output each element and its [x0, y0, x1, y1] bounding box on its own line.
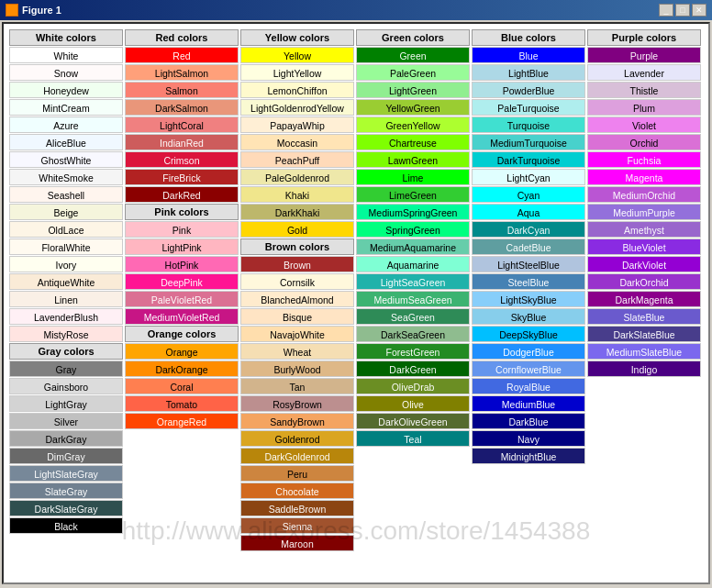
color-cell[interactable]: Silver [9, 413, 123, 429]
color-cell[interactable]: Moccasin [240, 134, 354, 150]
color-cell[interactable]: DarkOrchid [587, 273, 701, 290]
color-cell[interactable]: DarkKhaki [240, 204, 354, 220]
color-cell[interactable]: DeepPink [125, 273, 239, 290]
color-cell[interactable]: Gray [9, 361, 123, 377]
color-cell[interactable]: Coral [125, 378, 239, 394]
color-cell[interactable]: MediumBlue [472, 395, 585, 412]
color-cell[interactable]: Seashell [9, 186, 123, 203]
color-cell[interactable]: BurlyWood [240, 361, 354, 377]
color-cell[interactable]: MediumSpringGreen [356, 204, 470, 220]
color-cell[interactable]: Olive [356, 395, 470, 412]
color-cell[interactable]: Yellow [240, 47, 354, 63]
color-cell[interactable]: PeachPuff [240, 151, 354, 168]
color-cell[interactable]: Salmon [125, 82, 239, 98]
color-cell[interactable]: Amethyst [587, 221, 701, 238]
color-cell[interactable]: IndianRed [125, 134, 239, 150]
color-cell[interactable]: AntiqueWhite [9, 273, 123, 290]
color-cell[interactable]: SaddleBrown [240, 500, 354, 516]
color-cell[interactable]: Sienna [240, 517, 354, 534]
color-cell[interactable]: Beige [9, 204, 123, 220]
color-cell[interactable]: Plum [587, 99, 701, 116]
color-cell[interactable]: SteelBlue [472, 273, 585, 290]
color-cell[interactable]: Cornsilk [240, 273, 354, 290]
color-cell[interactable]: DarkGreen [356, 361, 470, 377]
color-cell[interactable]: Fuchsia [587, 151, 701, 168]
color-cell[interactable]: CadetBlue [472, 239, 585, 255]
color-cell[interactable]: Maroon [240, 535, 354, 551]
color-cell[interactable]: LawnGreen [356, 151, 470, 168]
color-cell[interactable]: MediumPurple [587, 204, 701, 220]
color-cell[interactable]: DarkSalmon [125, 99, 239, 116]
color-cell[interactable]: PaleVioletRed [125, 291, 239, 307]
color-cell[interactable]: Orange [125, 343, 239, 360]
color-cell[interactable]: OldLace [9, 221, 123, 238]
color-cell[interactable]: Linen [9, 291, 123, 307]
color-cell[interactable]: LightSalmon [125, 64, 239, 81]
color-cell[interactable]: SkyBlue [472, 308, 585, 325]
color-cell[interactable]: Honeydew [9, 82, 123, 98]
color-cell[interactable]: Peru [240, 465, 354, 482]
color-cell[interactable]: Gainsboro [9, 378, 123, 394]
color-cell[interactable]: LightPink [125, 239, 239, 255]
color-cell[interactable]: Black [9, 517, 123, 534]
color-cell[interactable]: SlateGray [9, 483, 123, 499]
color-cell[interactable]: Gold [240, 221, 354, 238]
minimize-button[interactable]: _ [659, 4, 673, 17]
color-cell[interactable]: DarkGoldenrod [240, 448, 354, 464]
color-cell[interactable]: DodgerBlue [472, 343, 585, 360]
color-cell[interactable]: PaleGreen [356, 64, 470, 81]
color-cell[interactable]: SandyBrown [240, 413, 354, 429]
color-cell[interactable]: RoyalBlue [472, 378, 585, 394]
color-cell[interactable]: DarkMagenta [587, 291, 701, 307]
color-cell[interactable]: LightCoral [125, 116, 239, 133]
color-cell[interactable]: SeaGreen [356, 308, 470, 325]
color-cell[interactable]: Green [356, 47, 470, 63]
color-cell[interactable]: YellowGreen [356, 99, 470, 116]
color-cell[interactable]: Khaki [240, 186, 354, 203]
color-cell[interactable]: MistyRose [9, 326, 123, 342]
color-cell[interactable]: Orchid [587, 134, 701, 150]
color-cell[interactable]: FloralWhite [9, 239, 123, 255]
color-cell[interactable]: Chartreuse [356, 134, 470, 150]
color-cell[interactable]: FireBrick [125, 169, 239, 185]
color-cell[interactable]: DeepSkyBlue [472, 326, 585, 342]
color-cell[interactable]: Magenta [587, 169, 701, 185]
color-cell[interactable]: LavenderBlush [9, 308, 123, 325]
color-cell[interactable]: LightSlateGray [9, 465, 123, 482]
color-cell[interactable]: SpringGreen [356, 221, 470, 238]
color-cell[interactable]: Crimson [125, 151, 239, 168]
color-cell[interactable]: Navy [472, 430, 585, 447]
color-cell[interactable]: DarkOliveGreen [356, 413, 470, 429]
color-cell[interactable]: LightYellow [240, 64, 354, 81]
color-cell[interactable]: Turquoise [472, 116, 585, 133]
color-cell[interactable]: DarkGray [9, 430, 123, 447]
color-cell[interactable]: BlueViolet [587, 239, 701, 255]
color-cell[interactable]: DarkSlateGray [9, 500, 123, 516]
close-button[interactable]: ✕ [692, 4, 706, 17]
color-cell[interactable]: LightGoldenrodYellow [240, 99, 354, 116]
color-cell[interactable]: PaleGoldenrod [240, 169, 354, 185]
color-cell[interactable]: Azure [9, 116, 123, 133]
color-cell[interactable]: ForestGreen [356, 343, 470, 360]
color-cell[interactable]: LightBlue [472, 64, 585, 81]
color-cell[interactable]: OliveDrab [356, 378, 470, 394]
color-cell[interactable]: DarkCyan [472, 221, 585, 238]
color-cell[interactable]: Brown [240, 256, 354, 272]
color-cell[interactable]: DimGray [9, 448, 123, 464]
color-cell[interactable]: LemonChiffon [240, 82, 354, 98]
color-cell[interactable]: DarkBlue [472, 413, 585, 429]
color-cell[interactable]: Lime [356, 169, 470, 185]
color-cell[interactable]: MintCream [9, 99, 123, 116]
color-cell[interactable]: PowderBlue [472, 82, 585, 98]
color-cell[interactable]: Snow [9, 64, 123, 81]
color-cell[interactable]: BlanchedAlmond [240, 291, 354, 307]
color-cell[interactable]: NavajoWhite [240, 326, 354, 342]
color-cell[interactable]: PapayaWhip [240, 116, 354, 133]
color-cell[interactable]: MediumSlateBlue [587, 343, 701, 360]
color-cell[interactable]: Indigo [587, 361, 701, 377]
color-cell[interactable]: DarkSeaGreen [356, 326, 470, 342]
color-cell[interactable]: DarkOrange [125, 361, 239, 377]
color-cell[interactable]: MediumAquamarine [356, 239, 470, 255]
color-cell[interactable]: SlateBlue [587, 308, 701, 325]
color-cell[interactable]: Violet [587, 116, 701, 133]
